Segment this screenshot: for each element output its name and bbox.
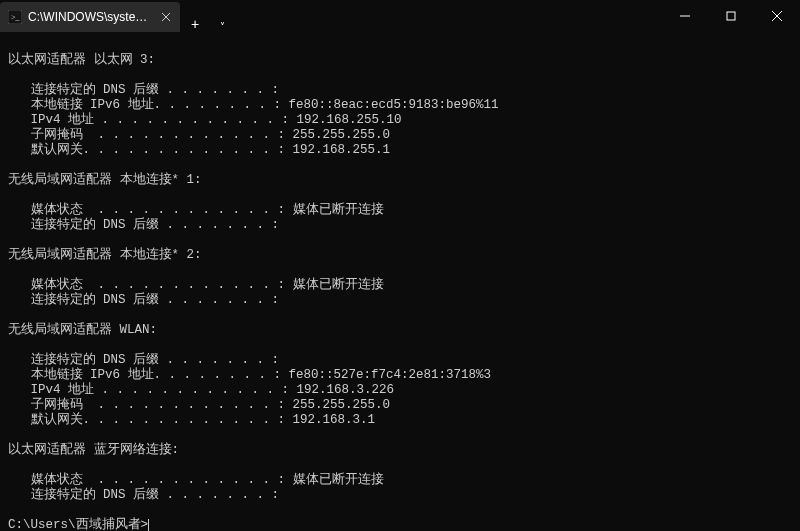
tab-close-button[interactable] <box>161 10 172 24</box>
blank-line <box>8 308 792 323</box>
prompt-text: C:\Users\西域捕风者> <box>8 518 148 531</box>
blank-line <box>8 428 792 443</box>
chevron-down-icon: ˅ <box>220 21 225 32</box>
titlebar: >_ C:\WINDOWS\system32\cmd. + ˅ <box>0 0 800 32</box>
blank-line <box>8 458 792 473</box>
blank-line <box>8 263 792 278</box>
close-button[interactable] <box>754 0 800 32</box>
adapter-property-line: IPv4 地址 . . . . . . . . . . . . : 192.16… <box>8 113 792 128</box>
adapter-header: 无线局域网适配器 本地连接* 1: <box>8 173 792 188</box>
blank-line <box>8 38 792 53</box>
svg-rect-5 <box>727 12 735 20</box>
adapter-property-line: 媒体状态 . . . . . . . . . . . . : 媒体已断开连接 <box>8 473 792 488</box>
adapter-property-line: 本地链接 IPv6 地址. . . . . . . . : fe80::8eac… <box>8 98 792 113</box>
minimize-button[interactable] <box>662 0 708 32</box>
maximize-button[interactable] <box>708 0 754 32</box>
blank-line <box>8 188 792 203</box>
adapter-property-line: IPv4 地址 . . . . . . . . . . . . : 192.16… <box>8 383 792 398</box>
adapter-property-line: 默认网关. . . . . . . . . . . . . : 192.168.… <box>8 413 792 428</box>
svg-text:>_: >_ <box>11 13 21 22</box>
blank-line <box>8 233 792 248</box>
cmd-icon: >_ <box>8 10 22 24</box>
blank-line <box>8 503 792 518</box>
tab-title: C:\WINDOWS\system32\cmd. <box>28 10 155 24</box>
new-tab-button[interactable]: + <box>180 16 210 32</box>
adapter-header: 无线局域网适配器 本地连接* 2: <box>8 248 792 263</box>
adapter-property-line: 本地链接 IPv6 地址. . . . . . . . : fe80::527e… <box>8 368 792 383</box>
adapter-property-line: 默认网关. . . . . . . . . . . . . : 192.168.… <box>8 143 792 158</box>
blank-line <box>8 338 792 353</box>
window: >_ C:\WINDOWS\system32\cmd. + ˅ <box>0 0 800 531</box>
adapter-header: 以太网适配器 蓝牙网络连接: <box>8 443 792 458</box>
adapter-property-line: 连接特定的 DNS 后缀 . . . . . . . : <box>8 83 792 98</box>
adapter-property-line: 连接特定的 DNS 后缀 . . . . . . . : <box>8 488 792 503</box>
terminal-viewport[interactable]: 以太网适配器 以太网 3: 连接特定的 DNS 后缀 . . . . . . .… <box>0 32 800 531</box>
tab-dropdown-button[interactable]: ˅ <box>210 21 234 32</box>
prompt-line[interactable]: C:\Users\西域捕风者> <box>8 518 792 531</box>
adapter-property-line: 子网掩码 . . . . . . . . . . . . : 255.255.2… <box>8 128 792 143</box>
tab-strip: >_ C:\WINDOWS\system32\cmd. + ˅ <box>0 0 234 32</box>
maximize-icon <box>726 11 736 21</box>
adapter-property-line: 媒体状态 . . . . . . . . . . . . : 媒体已断开连接 <box>8 278 792 293</box>
adapter-property-line: 媒体状态 . . . . . . . . . . . . : 媒体已断开连接 <box>8 203 792 218</box>
adapter-header: 无线局域网适配器 WLAN: <box>8 323 792 338</box>
tab-cmd[interactable]: >_ C:\WINDOWS\system32\cmd. <box>0 2 180 32</box>
blank-line <box>8 68 792 83</box>
titlebar-drag-area[interactable] <box>234 0 662 32</box>
minimize-icon <box>680 11 690 21</box>
adapter-property-line: 连接特定的 DNS 后缀 . . . . . . . : <box>8 353 792 368</box>
adapter-property-line: 连接特定的 DNS 后缀 . . . . . . . : <box>8 218 792 233</box>
blank-line <box>8 158 792 173</box>
plus-icon: + <box>191 16 199 32</box>
text-cursor <box>148 519 149 531</box>
adapter-property-line: 连接特定的 DNS 后缀 . . . . . . . : <box>8 293 792 308</box>
window-controls <box>662 0 800 32</box>
adapter-header: 以太网适配器 以太网 3: <box>8 53 792 68</box>
close-icon <box>772 11 782 21</box>
adapter-property-line: 子网掩码 . . . . . . . . . . . . : 255.255.2… <box>8 398 792 413</box>
